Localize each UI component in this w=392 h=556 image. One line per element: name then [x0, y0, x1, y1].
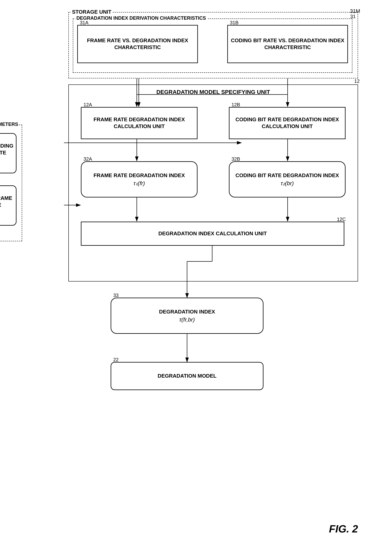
figure-label: FIG. 2 — [329, 523, 358, 535]
didc-label: DEGRADATION INDEX DERIVATION CHARACTERIS… — [75, 15, 207, 21]
box-32a-ref: 32A — [84, 156, 92, 162]
box-21a: 21A INPUT FRAME RATE fr — [0, 185, 16, 226]
box-32b-ref: 32B — [232, 156, 240, 162]
box-12c-ref: 12C — [337, 216, 346, 222]
didc-box: DEGRADATION INDEX DERIVATION CHARACTERIS… — [73, 18, 352, 73]
box-12a-text: FRAME RATE DEGRADATION INDEX CALCULATION… — [81, 116, 197, 130]
main-params-label: MAIN PARAMETERS — [0, 122, 19, 127]
dmsu-ref: 12 — [354, 78, 360, 84]
box-12c: 12C DEGRADATION INDEX CALCULATION UNIT — [81, 222, 344, 246]
box-33-formula: τ(fr,br) — [179, 317, 195, 323]
box-22-ref: 22 — [113, 357, 119, 363]
box-31b-text: CODING BIT RATE VS. DEGRADATION INDEX CH… — [228, 37, 347, 51]
main-params-box: 21 MAIN PARAMETERS 21B INPUT CODING BIT … — [0, 125, 22, 241]
box-31a-text: FRAME RATE VS. DEGRADATION INDEX CHARACT… — [78, 37, 197, 51]
dmsu-label: DEGRADATION MODEL SPECIFYING UNIT — [69, 89, 358, 95]
box-32b-formula: τ₂(br) — [281, 180, 294, 187]
box-31a: 31A FRAME RATE VS. DEGRADATION INDEX CHA… — [77, 25, 198, 63]
box-12b-ref: 12B — [232, 102, 240, 108]
box-32b-text: CODING BIT RATE DEGRADATION INDEX — [235, 172, 339, 179]
box-32a: 32A FRAME RATE DEGRADATION INDEX τ₁(fr) — [81, 161, 197, 197]
box-31b: 31B CODING BIT RATE VS. DEGRADATION INDE… — [227, 25, 348, 63]
box-12c-text: DEGRADATION INDEX CALCULATION UNIT — [158, 230, 267, 237]
box-21b: 21B INPUT CODING BIT RATE br — [0, 133, 16, 173]
box-32a-formula: τ₁(fr) — [133, 180, 145, 187]
box-21b-text: INPUT CODING BIT RATE — [0, 143, 16, 156]
dmsu-box: 12 DEGRADATION MODEL SPECIFYING UNIT 12A… — [68, 85, 358, 282]
diagram-container: STORAGE UNIT 31 DEGRADATION INDEX DERIVA… — [12, 8, 378, 547]
box-22-text: DEGRADATION MODEL — [158, 373, 217, 379]
box-31b-ref: 31B — [230, 20, 239, 25]
storage-unit-ref-31m: 31M — [350, 8, 360, 14]
box-31a-ref: 31A — [80, 20, 88, 25]
box-12b-text: CODING BIT RATE DEGRADATION INDEX CALCUL… — [229, 116, 345, 130]
box-21a-text: INPUT FRAME RATE — [0, 195, 16, 208]
box-33: 33 DEGRADATION INDEX τ(fr,br) — [111, 298, 264, 334]
box-32b: 32B CODING BIT RATE DEGRADATION INDEX τ₂… — [229, 161, 345, 197]
box-33-text: DEGRADATION INDEX — [159, 309, 215, 315]
box-22: 22 DEGRADATION MODEL — [111, 362, 264, 390]
box-12a: 12A FRAME RATE DEGRADATION INDEX CALCULA… — [81, 107, 197, 139]
box-12b: 12B CODING BIT RATE DEGRADATION INDEX CA… — [229, 107, 345, 139]
box-33-ref: 33 — [113, 293, 119, 298]
storage-unit-label: STORAGE UNIT — [71, 9, 113, 15]
box-12a-ref: 12A — [84, 102, 92, 108]
storage-unit-box: STORAGE UNIT 31 DEGRADATION INDEX DERIVA… — [68, 12, 358, 78]
box-32a-text: FRAME RATE DEGRADATION INDEX — [94, 172, 185, 179]
